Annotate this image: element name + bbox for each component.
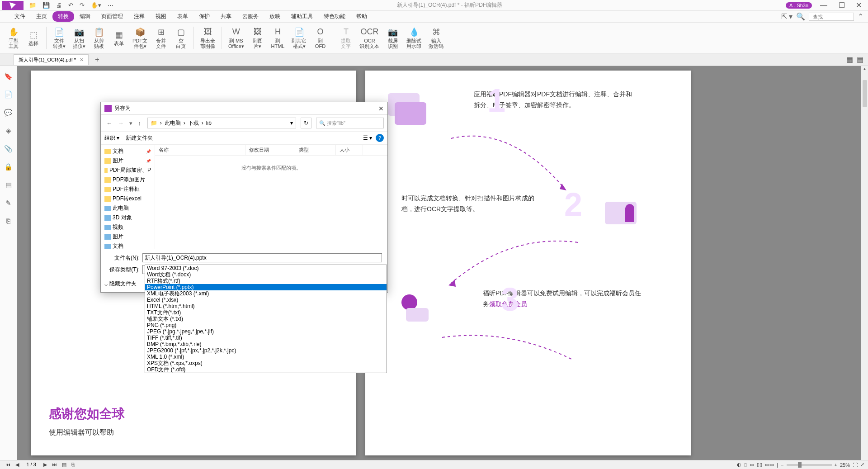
- view-grid-icon[interactable]: ▦: [846, 55, 853, 64]
- filetype-option[interactable]: JPEG2000 (*.jpf,*.jpx,*.jp2,*.j2k,*.jpc): [145, 347, 387, 354]
- filetype-option[interactable]: BMP (*.bmp,*.dib,*.rle): [145, 341, 387, 347]
- zoom-slider[interactable]: [787, 464, 832, 466]
- menu-放映[interactable]: 放映: [264, 11, 286, 22]
- document-tab[interactable]: 新人引导(1)_OCR(4).pdf * ✕: [14, 54, 89, 65]
- ribbon-button[interactable]: 📄到其它 格式▾: [289, 24, 309, 52]
- ribbon-button[interactable]: 🖼导出全 部图像: [198, 24, 218, 52]
- menu-文件[interactable]: 文件: [9, 11, 31, 22]
- path-segment[interactable]: 此电脑: [165, 119, 181, 127]
- view-form-icon[interactable]: ▤: [857, 55, 863, 64]
- next-page-button[interactable]: ▶: [42, 462, 49, 467]
- sidebar-icon[interactable]: 🔒: [4, 163, 13, 171]
- nav-up-button[interactable]: ↑: [136, 120, 143, 127]
- zoom-out-button[interactable]: −: [781, 462, 783, 468]
- ribbon-button[interactable]: O到 OFD: [311, 24, 329, 52]
- filetype-option[interactable]: TXT文件(*.txt): [145, 309, 387, 316]
- menu-编辑[interactable]: 编辑: [74, 11, 96, 22]
- tree-item[interactable]: PDF转excel: [101, 194, 155, 204]
- menu-特色功能[interactable]: 特色功能: [318, 11, 351, 22]
- folder-tree[interactable]: 文档📌图片📌PDF局部加密、PPDF添加图片PDF注释框PDF转excel此电脑…: [101, 145, 155, 249]
- help-button[interactable]: ?: [376, 134, 384, 142]
- undo-icon[interactable]: ↶: [68, 2, 73, 9]
- sidebar-icon[interactable]: ✎: [5, 199, 11, 207]
- menu-共享[interactable]: 共享: [215, 11, 237, 22]
- view-single-icon[interactable]: ▯: [744, 462, 747, 468]
- color-mode-icon[interactable]: ◐: [737, 462, 741, 468]
- ribbon-button[interactable]: ⊞合并 文件: [152, 24, 170, 52]
- col-size[interactable]: 大小: [336, 145, 363, 155]
- tree-item[interactable]: 文档: [101, 242, 155, 249]
- ribbon-button[interactable]: 📋从剪 贴板: [90, 24, 108, 52]
- add-tab-button[interactable]: +: [95, 56, 99, 64]
- last-page-button[interactable]: ⏭: [50, 462, 59, 467]
- sidebar-icon[interactable]: ▤: [5, 181, 12, 189]
- view-continuous-icon[interactable]: ▭: [750, 462, 754, 468]
- zoom-level[interactable]: 25%: [840, 462, 850, 468]
- path-segment[interactable]: lib: [206, 120, 212, 126]
- sidebar-icon[interactable]: ⎘: [6, 217, 10, 225]
- print-icon[interactable]: 🖨: [56, 2, 62, 9]
- ribbon-button[interactable]: OCROCR 识别文本: [357, 24, 382, 52]
- ribbon-button[interactable]: ▢空 白页: [172, 24, 190, 52]
- menu-转换[interactable]: 转换: [52, 11, 74, 22]
- ribbon-button[interactable]: ⬚选择: [24, 24, 42, 52]
- save-icon[interactable]: 💾: [42, 2, 50, 9]
- collapse-ribbon-icon[interactable]: ⌃: [858, 12, 863, 21]
- scroll-thumb[interactable]: [863, 80, 867, 107]
- menu-辅助工具[interactable]: 辅助工具: [286, 11, 318, 22]
- menu-保护[interactable]: 保护: [193, 11, 215, 22]
- hide-folders-toggle[interactable]: ⌵ 隐藏文件夹: [104, 280, 137, 288]
- nav-forward-button[interactable]: →: [116, 120, 125, 127]
- tree-item[interactable]: 视频: [101, 223, 155, 232]
- tree-item[interactable]: 图片: [101, 232, 155, 242]
- tree-item[interactable]: 此电脑: [101, 204, 155, 213]
- tree-item[interactable]: PDF添加图片: [101, 175, 155, 185]
- dialog-close-button[interactable]: ✕: [378, 105, 384, 112]
- filetype-dropdown-list[interactable]: Word 97-2003 (*.doc)Word文档 (*.docx)RTF格式…: [145, 265, 387, 373]
- path-segment[interactable]: 下载: [188, 119, 199, 127]
- ribbon-button[interactable]: 📦PDF文 件包▾: [130, 24, 150, 52]
- filetype-option[interactable]: Word 97-2003 (*.doc): [145, 265, 387, 271]
- redo-icon[interactable]: ↷: [80, 2, 85, 9]
- ribbon-button[interactable]: 🖼到图 片▾: [249, 24, 267, 52]
- ribbon-button[interactable]: 📷从扫 描仪▾: [70, 24, 88, 52]
- prev-page-button[interactable]: ◀: [14, 462, 21, 467]
- close-window-button[interactable]: ✕: [851, 0, 866, 11]
- filetype-option[interactable]: 辅助文本 (*.txt): [145, 316, 387, 322]
- tool-dropdown-icon[interactable]: ✋▾: [91, 2, 101, 9]
- menu-注释[interactable]: 注释: [128, 11, 150, 22]
- ribbon-button[interactable]: 📷截屏 识别: [384, 24, 402, 52]
- ribbon-button[interactable]: H到 HTML: [269, 24, 288, 52]
- tree-item[interactable]: 文档📌: [101, 147, 155, 156]
- col-date[interactable]: 修改日期: [245, 145, 295, 155]
- new-folder-button[interactable]: 新建文件夹: [126, 134, 153, 142]
- menu-帮助[interactable]: 帮助: [351, 11, 373, 22]
- filetype-option[interactable]: XML电子表格2003 (*.xml): [145, 290, 387, 297]
- view-mode-button[interactable]: ☰ ▾: [363, 135, 372, 141]
- filetype-option[interactable]: PowerPoint (*.pptx): [145, 284, 387, 290]
- tree-item[interactable]: PDF注释框: [101, 185, 155, 194]
- dropdown-icon[interactable]: ⇱ ▾: [781, 12, 793, 21]
- page-number-input[interactable]: [22, 462, 40, 467]
- more-icon[interactable]: ⋯: [108, 2, 113, 9]
- filetype-option[interactable]: JPEG (*.jpg,*.jpeg,*.jpe,*.jif): [145, 328, 387, 335]
- tree-item[interactable]: PDF局部加密、P: [101, 166, 155, 175]
- menu-页面管理[interactable]: 页面管理: [96, 11, 128, 22]
- maximize-button[interactable]: ☐: [834, 0, 849, 11]
- sidebar-icon[interactable]: 💬: [4, 109, 13, 117]
- first-page-button[interactable]: ⏮: [4, 462, 12, 467]
- address-bar[interactable]: 📁 › 此电脑 › 下载 › lib ▾: [147, 118, 296, 128]
- organize-button[interactable]: 组织 ▾: [104, 134, 119, 142]
- nav-back-button[interactable]: ←: [104, 120, 114, 127]
- filetype-option[interactable]: PNG (*.png): [145, 322, 387, 328]
- menu-表单[interactable]: 表单: [172, 11, 193, 22]
- ribbon-button[interactable]: ⌘输入 激活码: [426, 24, 446, 52]
- menu-主页[interactable]: 主页: [31, 11, 52, 22]
- sidebar-icon[interactable]: ◈: [6, 127, 11, 135]
- filetype-option[interactable]: HTML (*.htm;*.html): [145, 303, 387, 309]
- fit-page-icon[interactable]: ⤢: [860, 462, 864, 468]
- tree-item[interactable]: 3D 对象: [101, 213, 155, 223]
- refresh-button[interactable]: ↻: [301, 118, 311, 128]
- vertical-scrollbar[interactable]: ▴: [861, 66, 868, 460]
- filetype-option[interactable]: XML 1.0 (*.xml): [145, 354, 387, 360]
